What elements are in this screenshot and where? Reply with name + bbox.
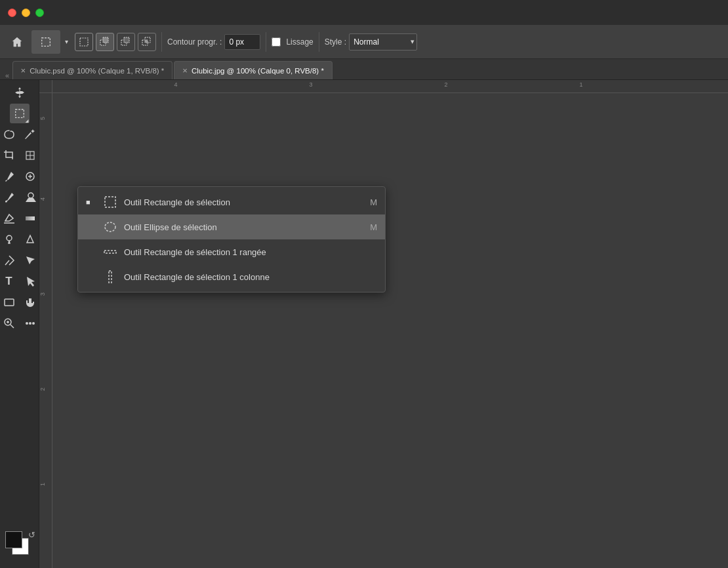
- svg-point-29: [105, 222, 115, 232]
- style-select-wrapper: Normal Taille fixe Proportions fixes: [349, 33, 417, 51]
- swap-colors-button[interactable]: ↺: [28, 530, 35, 540]
- marquee-tool-button[interactable]: [31, 30, 60, 54]
- tab-close-jpg[interactable]: ×: [182, 66, 188, 75]
- tab-clubic-jpg[interactable]: × Clubic.jpg @ 100% (Calque 0, RVB/8) *: [174, 61, 333, 79]
- svg-rect-28: [105, 197, 115, 207]
- magic-wand-button[interactable]: [20, 125, 40, 144]
- panel-collapse-arrow[interactable]: «: [5, 71, 9, 79]
- tool-row-12: [0, 314, 39, 333]
- home-button[interactable]: [5, 30, 29, 54]
- type-button[interactable]: T: [0, 272, 19, 291]
- eraser-button[interactable]: [0, 209, 19, 228]
- toolbar-divider-1: [161, 32, 162, 52]
- svg-point-19: [7, 235, 12, 241]
- svg-rect-18: [26, 216, 35, 220]
- ruler-tick-4: 4: [174, 80, 177, 88]
- zoom-button[interactable]: [0, 314, 19, 333]
- brush-button[interactable]: [0, 188, 19, 207]
- intersect-selection-button[interactable]: [138, 33, 156, 51]
- toolbar-divider-3: [319, 32, 319, 52]
- path-select-button[interactable]: [20, 251, 40, 270]
- dropdown-item-rect-select[interactable]: ■ Outil Rectangle de sélection M: [78, 190, 385, 214]
- stamp-icon: [24, 191, 37, 204]
- maximize-button[interactable]: [35, 9, 44, 17]
- add-selection-icon: [100, 37, 110, 47]
- arrow-select-button[interactable]: [20, 272, 40, 291]
- arrow-select-icon: [24, 275, 37, 288]
- move-tool-button[interactable]: [10, 83, 30, 102]
- item-check-ellipse: [86, 223, 96, 231]
- eyedropper-button[interactable]: [0, 167, 19, 186]
- more-tools-icon: [24, 317, 37, 330]
- new-selection-button[interactable]: [75, 33, 93, 51]
- tool-row-11: [0, 293, 39, 312]
- gradient-icon: [24, 212, 37, 225]
- ruler-tick-v2: 2: [39, 388, 46, 391]
- home-icon: [11, 36, 23, 48]
- type-icon: T: [5, 275, 12, 288]
- svg-rect-1: [80, 38, 88, 46]
- row-select-icon: [103, 245, 117, 259]
- rectangle-shape-button[interactable]: [0, 293, 19, 312]
- pen-button[interactable]: [0, 251, 19, 270]
- tool-row-8: [0, 230, 39, 249]
- foreground-color-swatch[interactable]: [5, 531, 22, 548]
- gradient-button[interactable]: [20, 209, 40, 228]
- tool-row-3: [0, 125, 39, 144]
- tab-clubic-psd[interactable]: × Clubic.psd @ 100% (Calque 1, RVB/8) *: [12, 61, 173, 79]
- eyedropper-bad-button[interactable]: [20, 146, 40, 165]
- dropdown-item-col-select[interactable]: Outil Rectangle de sélection 1 colonne: [78, 264, 385, 289]
- subtract-selection-button[interactable]: [117, 33, 135, 51]
- dodge-button[interactable]: [0, 230, 19, 249]
- svg-point-16: [28, 193, 33, 198]
- contour-input[interactable]: [224, 34, 260, 50]
- new-selection-icon: [79, 37, 89, 47]
- contour-label: Contour progr. :: [167, 37, 222, 47]
- more-tools-button[interactable]: [20, 314, 40, 333]
- ruler-corner: [39, 80, 52, 93]
- close-button[interactable]: [8, 9, 16, 17]
- svg-rect-9: [15, 110, 24, 118]
- crop-tool-button[interactable]: [0, 146, 19, 165]
- style-select[interactable]: Normal Taille fixe Proportions fixes: [349, 33, 417, 51]
- eraser-icon: [3, 212, 16, 225]
- tabs-bar: « × Clubic.psd @ 100% (Calque 1, RVB/8) …: [0, 59, 728, 80]
- dropdown-item-shortcut-rect: M: [370, 197, 377, 207]
- lasso-tool-button[interactable]: [0, 125, 19, 144]
- lissage-checkbox[interactable]: [272, 37, 281, 47]
- tool-row-9: [0, 251, 39, 270]
- dropdown-item-ellipse-select[interactable]: Outil Ellipse de sélection M: [78, 214, 385, 239]
- tab-close-psd[interactable]: ×: [21, 66, 26, 75]
- ruler-tick-2: 2: [444, 80, 447, 88]
- ruler-tick-v5: 5: [39, 117, 46, 120]
- heal-button[interactable]: [20, 167, 40, 186]
- heal-icon: [24, 170, 37, 183]
- tool-row-4: [0, 146, 39, 165]
- tab-label-jpg: Clubic.jpg @ 100% (Calque 0, RVB/8) *: [192, 67, 324, 75]
- style-label: Style :: [325, 37, 346, 47]
- add-selection-button[interactable]: [96, 33, 114, 51]
- dropdown-item-label-row: Outil Rectangle de sélection 1 rangée: [124, 247, 266, 257]
- tool-row-1: [10, 83, 30, 102]
- svg-point-25: [26, 322, 28, 325]
- dropdown-item-row-select[interactable]: Outil Rectangle de sélection 1 rangée: [78, 239, 385, 264]
- svg-rect-30: [104, 251, 116, 253]
- zoom-icon: [3, 317, 16, 330]
- item-check-col: [86, 273, 96, 281]
- blur-button[interactable]: [20, 230, 40, 249]
- ruler-tick-3: 3: [309, 80, 312, 88]
- stamp-button[interactable]: [20, 188, 40, 207]
- blur-icon: [24, 233, 37, 246]
- tool-dropdown-menu: ■ Outil Rectangle de sélection M Outil: [77, 186, 386, 293]
- svg-rect-20: [5, 299, 14, 306]
- dropdown-item-label-rect: Outil Rectangle de sélection: [124, 197, 230, 207]
- path-select-icon: [24, 254, 37, 267]
- ruler-tick-v1: 1: [39, 483, 46, 486]
- svg-rect-0: [42, 37, 51, 46]
- minimize-button[interactable]: [22, 9, 30, 17]
- hand-button[interactable]: [20, 293, 40, 312]
- marquee-dropdown-arrow[interactable]: ▾: [60, 30, 72, 54]
- eyedropper-icon: [3, 170, 16, 183]
- marquee-tool-left[interactable]: [10, 104, 30, 123]
- subtract-selection-icon: [121, 37, 131, 47]
